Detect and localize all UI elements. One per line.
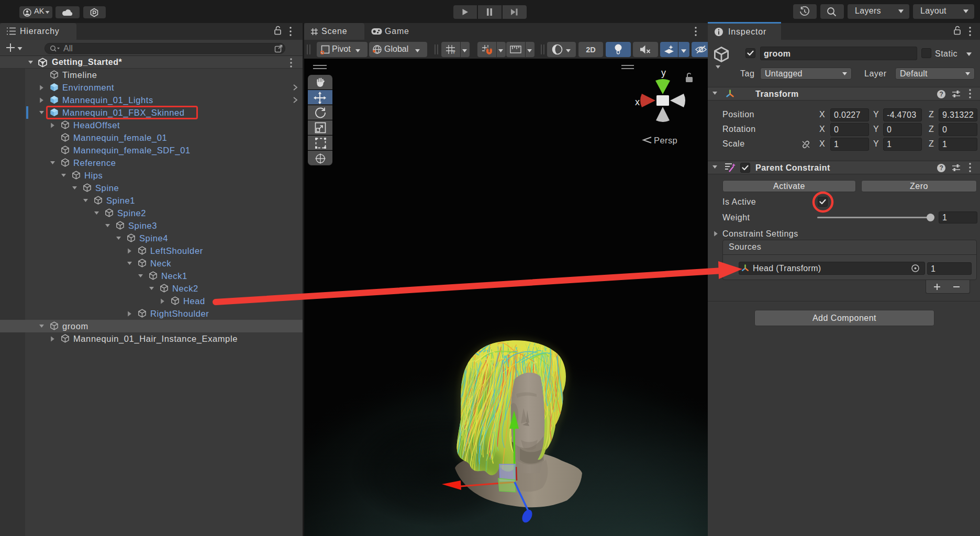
svg-text:?: ?	[940, 164, 943, 172]
svg-text:Y: Y	[452, 50, 455, 54]
svg-text:x: x	[635, 97, 640, 107]
svg-text:Persp: Persp	[654, 136, 677, 145]
svg-text:?: ?	[940, 91, 943, 98]
svg-text:y: y	[661, 68, 666, 78]
